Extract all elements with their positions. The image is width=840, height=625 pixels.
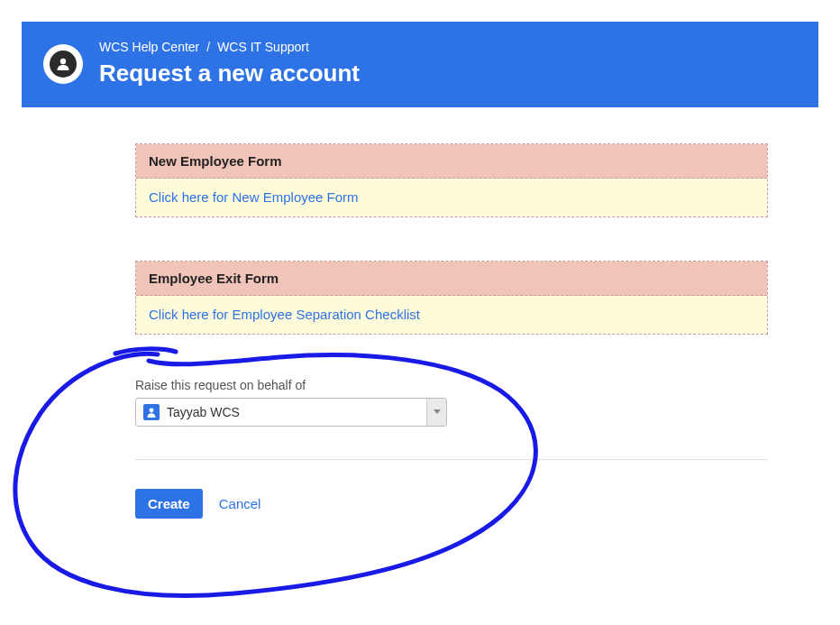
breadcrumb: WCS Help Center / WCS IT Support (99, 40, 360, 54)
behalf-of-label: Raise this request on behalf of (135, 378, 768, 392)
panel-header-new-employee: New Employee Form (136, 144, 767, 179)
panel-header-employee-exit: Employee Exit Form (136, 262, 767, 296)
divider (135, 459, 768, 460)
header-avatar (43, 44, 83, 84)
form-actions: Create Cancel (135, 489, 768, 519)
panel-employee-exit: Employee Exit Form Click here for Employ… (135, 261, 768, 335)
breadcrumb-current-link[interactable]: WCS IT Support (217, 40, 309, 54)
user-icon (143, 404, 160, 420)
behalf-of-select[interactable]: Tayyab WCS (135, 398, 447, 427)
svg-point-0 (60, 58, 66, 63)
avatar-icon (50, 51, 77, 78)
new-employee-form-link[interactable]: Click here for New Employee Form (149, 189, 359, 205)
behalf-of-value: Tayyab WCS (167, 405, 439, 419)
employee-exit-form-link[interactable]: Click here for Employee Separation Check… (149, 307, 420, 322)
cancel-button[interactable]: Cancel (219, 496, 261, 511)
page-title: Request a new account (99, 60, 360, 87)
content-area: New Employee Form Click here for New Emp… (135, 107, 768, 519)
breadcrumb-root-link[interactable]: WCS Help Center (99, 40, 199, 54)
chevron-down-icon[interactable] (426, 399, 446, 426)
create-button[interactable]: Create (135, 489, 203, 519)
page-header: WCS Help Center / WCS IT Support Request… (22, 22, 818, 107)
panel-body-new-employee: Click here for New Employee Form (136, 179, 767, 216)
panel-body-employee-exit: Click here for Employee Separation Check… (136, 296, 767, 334)
breadcrumb-separator: / (206, 40, 210, 54)
panel-new-employee: New Employee Form Click here for New Emp… (135, 143, 768, 217)
svg-point-1 (150, 409, 154, 413)
